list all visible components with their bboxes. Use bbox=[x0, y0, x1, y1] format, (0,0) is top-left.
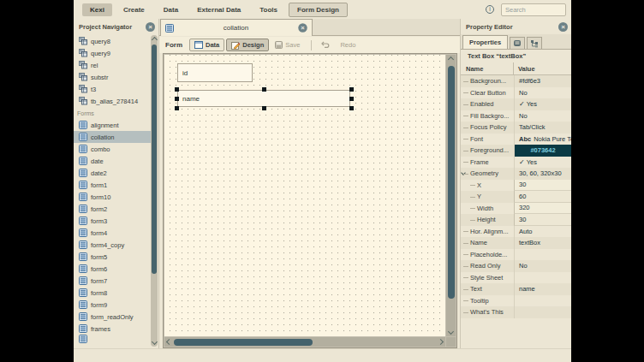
property-row-height[interactable]: Height30 bbox=[461, 214, 571, 226]
property-value[interactable] bbox=[514, 295, 571, 307]
property-row-focus-policy[interactable]: Focus PolicyTab/Click bbox=[461, 122, 571, 134]
menu-tab-external-data[interactable]: External Data bbox=[189, 3, 248, 16]
canvas-vertical-scrollbar[interactable] bbox=[446, 55, 456, 336]
property-value[interactable] bbox=[514, 272, 571, 284]
property-value[interactable] bbox=[514, 306, 571, 318]
sidebar-item-form2[interactable]: form2 bbox=[74, 203, 151, 215]
property-row-placeholde-[interactable]: Placeholde... bbox=[461, 249, 571, 261]
property-value[interactable]: Tab/Click bbox=[514, 122, 571, 134]
sidebar-item-form9[interactable]: form9 bbox=[74, 299, 151, 311]
property-value[interactable]: ✓Yes bbox=[514, 98, 571, 110]
scroll-up-icon[interactable] bbox=[448, 56, 454, 62]
property-value[interactable] bbox=[514, 249, 571, 261]
property-row-style-sheet[interactable]: Style Sheet bbox=[461, 272, 571, 284]
scroll-left-icon[interactable] bbox=[166, 339, 172, 345]
sidebar-item-tb_alias_278414[interactable]: tb_alias_278414 bbox=[74, 95, 151, 107]
sidebar-item-form10[interactable]: form10 bbox=[74, 191, 151, 203]
tab-data-source[interactable] bbox=[510, 37, 525, 49]
sidebar-item-form3[interactable]: form3 bbox=[74, 215, 151, 227]
scroll-down-icon[interactable] bbox=[448, 329, 454, 335]
sidebar-item-form8[interactable]: form8 bbox=[74, 287, 151, 299]
navigator-scrollbar[interactable] bbox=[151, 35, 158, 347]
property-row-fill-backgro-[interactable]: Fill Backgro...No bbox=[461, 110, 571, 122]
property-row-frame[interactable]: Frame✓Yes bbox=[461, 157, 571, 169]
sidebar-item-partial[interactable] bbox=[74, 335, 151, 343]
sidebar-item-rel[interactable]: rel bbox=[74, 59, 151, 71]
scroll-right-icon[interactable] bbox=[438, 339, 444, 345]
scrollbar-thumb[interactable] bbox=[152, 45, 157, 274]
sidebar-item-frames[interactable]: frames bbox=[74, 323, 151, 335]
menu-tab-kexi[interactable]: Kexi bbox=[82, 3, 112, 16]
property-row-x[interactable]: X30 bbox=[461, 180, 571, 192]
property-value[interactable]: #073642 bbox=[514, 145, 571, 157]
sidebar-item-collation[interactable]: collation bbox=[74, 131, 151, 143]
property-value[interactable]: 30, 60, 320x30 bbox=[514, 168, 571, 180]
property-value[interactable]: 320 bbox=[514, 203, 571, 215]
sidebar-item-form1[interactable]: form1 bbox=[74, 179, 151, 191]
menu-tab-form-design[interactable]: Form Design bbox=[289, 3, 348, 17]
redo-button[interactable]: Redo bbox=[336, 39, 360, 51]
property-row-hor-alignm-[interactable]: Hor. Alignm...Auto bbox=[461, 226, 571, 238]
sidebar-item-form4[interactable]: form4 bbox=[74, 227, 151, 239]
form-design-canvas[interactable]: idname bbox=[164, 55, 445, 336]
property-row-width[interactable]: Width320 bbox=[461, 203, 571, 215]
textbox-widget-name[interactable]: name bbox=[177, 90, 350, 107]
property-value[interactable]: No bbox=[514, 110, 571, 122]
design-view-button[interactable]: Design bbox=[226, 39, 269, 51]
property-row-enabled[interactable]: Enabled✓Yes bbox=[461, 98, 571, 110]
property-row-read-only[interactable]: Read OnlyNo bbox=[461, 260, 571, 272]
menu-tab-create[interactable]: Create bbox=[116, 3, 152, 16]
menu-tab-tools[interactable]: Tools bbox=[252, 3, 285, 16]
selection-handle[interactable] bbox=[349, 106, 354, 110]
property-row-what-s-this[interactable]: What's This bbox=[461, 306, 571, 318]
scrollbar-thumb[interactable] bbox=[174, 339, 313, 346]
textbox-widget-id[interactable]: id bbox=[177, 63, 253, 82]
property-value[interactable]: Auto bbox=[514, 226, 571, 238]
property-row-backgroun-[interactable]: Backgroun...#fdf6e3 bbox=[461, 75, 571, 87]
property-value[interactable]: ✓Yes bbox=[514, 157, 571, 169]
property-row-tooltip[interactable]: Tooltip bbox=[461, 295, 571, 307]
sidebar-item-form_readOnly[interactable]: form_readOnly bbox=[74, 311, 151, 323]
sidebar-item-t3[interactable]: t3 bbox=[74, 83, 151, 95]
sidebar-item-combo[interactable]: combo bbox=[74, 143, 151, 155]
document-tab-collation[interactable]: collation × bbox=[160, 19, 313, 36]
sidebar-item-substr[interactable]: substr bbox=[74, 71, 151, 83]
sidebar-item-date2[interactable]: date2 bbox=[74, 167, 151, 179]
sidebar-item-form6[interactable]: form6 bbox=[74, 263, 151, 275]
property-value[interactable]: 30 bbox=[514, 214, 571, 226]
selection-handle[interactable] bbox=[262, 87, 266, 92]
scroll-up-icon[interactable] bbox=[151, 37, 157, 43]
property-value[interactable]: No bbox=[514, 260, 571, 272]
selection-handle[interactable] bbox=[349, 87, 354, 92]
property-value[interactable]: textBox bbox=[514, 237, 571, 249]
property-value[interactable]: AbcNokia Pure Te... bbox=[514, 134, 571, 145]
close-tab-icon[interactable]: × bbox=[298, 23, 307, 32]
sidebar-item-query9[interactable]: query9 bbox=[74, 47, 151, 59]
property-row-geometry[interactable]: Geometry30, 60, 320x30 bbox=[461, 168, 571, 180]
property-value[interactable]: name bbox=[514, 283, 571, 295]
property-value[interactable]: 60 bbox=[514, 191, 571, 203]
undo-button[interactable] bbox=[317, 39, 334, 51]
sidebar-item-query8[interactable]: query8 bbox=[74, 35, 151, 47]
sidebar-item-form7[interactable]: form7 bbox=[74, 275, 151, 287]
property-row-clear-button[interactable]: Clear ButtonNo bbox=[461, 87, 571, 99]
sidebar-item-form4_copy[interactable]: form4_copy bbox=[74, 239, 151, 251]
selection-handle[interactable] bbox=[349, 97, 354, 101]
selection-handle[interactable] bbox=[175, 97, 179, 101]
property-value[interactable]: 30 bbox=[514, 180, 571, 192]
property-row-font[interactable]: FontAbcNokia Pure Te... bbox=[461, 134, 571, 145]
scrollbar-thumb[interactable] bbox=[448, 66, 455, 299]
info-icon[interactable]: i bbox=[486, 5, 494, 14]
property-row-text[interactable]: Textname bbox=[461, 283, 571, 295]
selection-handle[interactable] bbox=[175, 87, 179, 92]
close-icon[interactable]: × bbox=[558, 22, 568, 32]
property-value[interactable]: #fdf6e3 bbox=[514, 75, 571, 87]
sidebar-item-date[interactable]: date bbox=[74, 155, 151, 167]
tab-widget-tree[interactable] bbox=[527, 37, 542, 49]
property-row-foreground-[interactable]: Foreground...#073642 bbox=[461, 145, 571, 157]
tab-properties[interactable]: Properties bbox=[462, 35, 508, 49]
property-row-name[interactable]: NametextBox bbox=[461, 237, 571, 249]
property-value[interactable]: No bbox=[514, 87, 571, 99]
property-row-y[interactable]: Y60 bbox=[461, 191, 571, 203]
menu-tab-data[interactable]: Data bbox=[156, 3, 186, 16]
